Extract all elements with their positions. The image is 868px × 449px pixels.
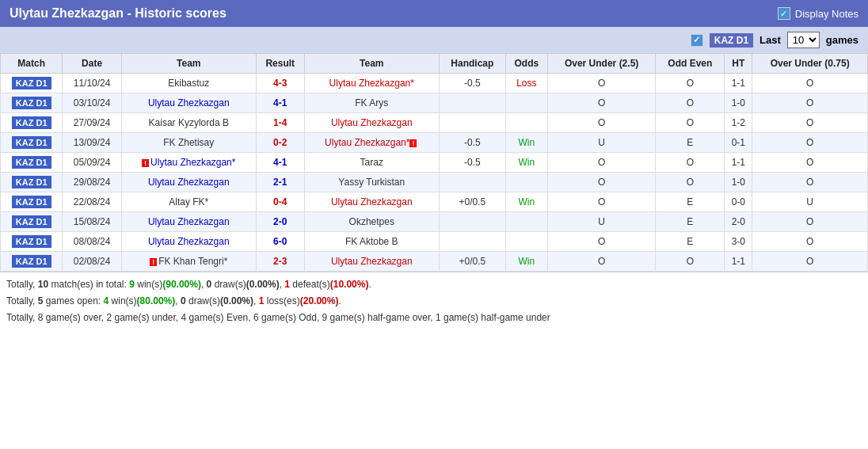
- col-team1: Team: [121, 54, 256, 74]
- team1-name: Kaisar Kyzylorda B: [121, 113, 256, 133]
- odds-value: Win: [505, 153, 547, 173]
- team2-name: Ulytau Zhezkazgan: [304, 113, 439, 133]
- ht-value: 1-0: [725, 93, 752, 113]
- ou075-value: O: [752, 133, 868, 153]
- ou25-value: O: [547, 192, 656, 212]
- handicap-value: [439, 212, 505, 232]
- match-date: 02/08/24: [63, 252, 121, 272]
- ou25-value: U: [547, 133, 656, 153]
- col-ht: HT: [725, 54, 752, 74]
- oe-value: E: [656, 212, 725, 232]
- match-badge: KAZ D1: [1, 212, 63, 232]
- col-ou25: Over Under (2.5): [547, 54, 656, 74]
- match-result: 0-2: [256, 133, 304, 153]
- odds-value: Win: [505, 192, 547, 212]
- games-select[interactable]: 10 5 20: [787, 32, 820, 48]
- team1-name: Ulytau Zhezkazgan: [121, 212, 256, 232]
- table-row: KAZ D1 03/10/24 Ulytau Zhezkazgan 4-1 FK…: [1, 93, 868, 113]
- ht-value: 1-1: [725, 74, 752, 93]
- ou25-value: O: [547, 113, 656, 133]
- league-badge: KAZ D1: [710, 33, 753, 48]
- ou25-value: U: [547, 212, 656, 232]
- ht-value: 2-0: [725, 212, 752, 232]
- handicap-value: [439, 93, 505, 113]
- oe-value: O: [656, 74, 725, 93]
- red-card-icon: !: [150, 258, 157, 266]
- ht-value: 1-1: [725, 153, 752, 173]
- match-result: 2-1: [256, 173, 304, 192]
- handicap-value: +0/0.5: [439, 252, 505, 272]
- oe-value: O: [656, 173, 725, 192]
- match-date: 05/09/24: [63, 153, 121, 173]
- team2-name: FK Aktobe B: [304, 232, 439, 252]
- footer-line1: Totally, 10 match(es) in total: 9 win(s)…: [6, 277, 862, 291]
- match-result: 4-3: [256, 74, 304, 93]
- ou075-value: O: [752, 252, 868, 272]
- team1-name: Ulytau Zhezkazgan: [121, 173, 256, 192]
- odds-value: [505, 212, 547, 232]
- match-date: 27/09/24: [63, 113, 121, 133]
- match-result: 6-0: [256, 232, 304, 252]
- ou25-value: O: [547, 232, 656, 252]
- match-badge: KAZ D1: [1, 173, 63, 192]
- odds-value: Win: [505, 252, 547, 272]
- team1-name: !Ulytau Zhezkazgan*: [121, 153, 256, 173]
- handicap-value: -0.5: [439, 153, 505, 173]
- ht-value: 1-1: [725, 252, 752, 272]
- team2-name: Ulytau Zhezkazgan*: [304, 74, 439, 93]
- oe-value: O: [656, 113, 725, 133]
- oe-value: E: [656, 232, 725, 252]
- footer: Totally, 10 match(es) in total: 9 win(s)…: [0, 272, 868, 332]
- match-date: 15/08/24: [63, 212, 121, 232]
- handicap-value: -0.5: [439, 133, 505, 153]
- col-team2: Team: [304, 54, 439, 74]
- match-badge: KAZ D1: [1, 113, 63, 133]
- ou075-value: O: [752, 153, 868, 173]
- ou25-value: O: [547, 74, 656, 93]
- match-date: 11/10/24: [63, 74, 121, 93]
- match-date: 29/08/24: [63, 173, 121, 192]
- header: Ulytau Zhezkazgan - Historic scores ✓ Di…: [0, 0, 868, 27]
- last-label: Last: [760, 34, 781, 46]
- ou075-value: O: [752, 212, 868, 232]
- subheader-checkbox[interactable]: ✓: [691, 34, 703, 47]
- col-handicap: Handicap: [439, 54, 505, 74]
- table-row: KAZ D1 15/08/24 Ulytau Zhezkazgan 2-0 Ok…: [1, 212, 868, 232]
- team2-name: Yassy Turkistan: [304, 173, 439, 192]
- team2-name: Ulytau Zhezkazgan: [304, 252, 439, 272]
- handicap-value: +0/0.5: [439, 192, 505, 212]
- odds-value: Loss: [505, 74, 547, 93]
- col-oe: Odd Even: [656, 54, 725, 74]
- subheader: ✓ KAZ D1 Last 10 5 20 games: [0, 27, 868, 53]
- team1-name: FK Zhetisay: [121, 133, 256, 153]
- odds-value: Win: [505, 133, 547, 153]
- ou25-value: O: [547, 252, 656, 272]
- ht-value: 1-0: [725, 173, 752, 192]
- team1-name: Ekibastuz: [121, 74, 256, 93]
- ou075-value: O: [752, 232, 868, 252]
- team2-name: FK Arys: [304, 93, 439, 113]
- ou075-value: O: [752, 74, 868, 93]
- team1-name: Ulytau Zhezkazgan: [121, 93, 256, 113]
- ht-value: 1-2: [725, 113, 752, 133]
- col-odds: Odds: [505, 54, 547, 74]
- col-match: Match: [1, 54, 63, 74]
- match-result: 2-0: [256, 212, 304, 232]
- odds-value: [505, 232, 547, 252]
- display-notes-checkbox[interactable]: ✓: [778, 7, 790, 20]
- team1-name: Altay FK*: [121, 192, 256, 212]
- display-notes-area: ✓ Display Notes: [778, 7, 858, 20]
- red-card-icon: !: [142, 159, 149, 167]
- handicap-value: [439, 113, 505, 133]
- match-badge: KAZ D1: [1, 93, 63, 113]
- oe-value: E: [656, 133, 725, 153]
- ou075-value: U: [752, 192, 868, 212]
- ou25-value: O: [547, 93, 656, 113]
- ou25-value: O: [547, 173, 656, 192]
- col-date: Date: [63, 54, 121, 74]
- match-badge: KAZ D1: [1, 74, 63, 93]
- table-row: KAZ D1 11/10/24 Ekibastuz 4-3 Ulytau Zhe…: [1, 74, 868, 93]
- match-result: 1-4: [256, 113, 304, 133]
- match-result: 2-3: [256, 252, 304, 272]
- table-row: KAZ D1 22/08/24 Altay FK* 0-4 Ulytau Zhe…: [1, 192, 868, 212]
